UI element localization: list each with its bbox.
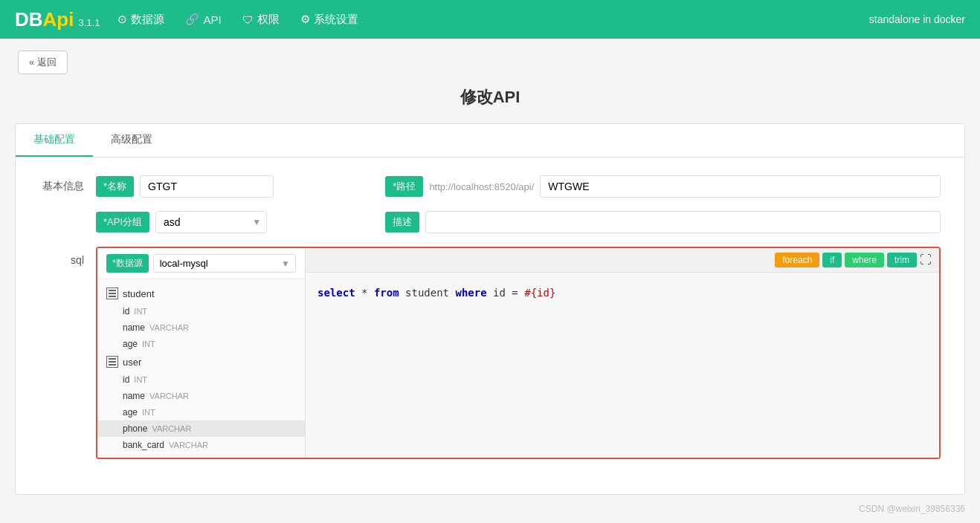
column-type-user-phone: VARCHAR [152,424,191,433]
sql-label: sql [39,247,84,266]
table-item-student[interactable]: student [97,284,305,303]
sql-keyword-select: select [317,287,355,299]
sql-plain-star: * [361,287,374,299]
logo-api: Api [43,8,74,30]
api-group-field-group: *API分组 asd ▼ [96,211,373,233]
column-type-student-name: VARCHAR [149,323,189,332]
column-type-user-bank-card: VARCHAR [169,441,208,449]
main-nav: ⊙ 数据源 🔗 API 🛡 权限 ⚙ 系统设置 [117,13,358,27]
sql-editor-panel: foreach if where trim ⛶ select * from st… [306,248,939,458]
sql-keyword-where: where [455,287,486,299]
sql-keyword-from: from [374,287,399,299]
column-type-user-name: VARCHAR [149,392,189,400]
name-input[interactable] [140,175,274,198]
table-icon-user [106,356,118,368]
nav-settings-label: 系统设置 [314,13,358,27]
api-group-label: *API分组 [96,212,149,233]
sql-plain-table: student [405,287,455,299]
nav-settings[interactable]: ⚙ 系统设置 [300,13,358,27]
back-btn-container: « 返回 [0,39,980,86]
datasource-select[interactable]: local-mysql [153,254,296,273]
api-group-select-wrapper: asd ▼ [155,211,267,233]
column-name-user-name: name [123,391,145,401]
database-icon: ⊙ [117,13,127,26]
column-student-name[interactable]: name VARCHAR [97,319,305,336]
column-name-user-id: id [123,374,129,385]
name-field-group: *名称 [96,175,373,198]
logo-db: DB [15,8,43,30]
api-group-select[interactable]: asd [155,211,267,233]
logo: DBApi 3.1.1 [15,8,100,31]
column-student-id[interactable]: id INT [97,303,305,319]
table-item-user[interactable]: user [97,352,305,371]
api-group-row: *API分组 asd ▼ 描述 [39,211,941,233]
nav-api[interactable]: 🔗 API [185,13,221,26]
column-user-bank-card[interactable]: bank_card VARCHAR [97,437,305,453]
basic-info-label: 基本信息 [39,180,84,193]
column-name-user-bank-card: bank_card [123,440,164,450]
column-name-student-age: age [123,339,138,349]
description-label: 描述 [385,212,419,233]
column-student-age[interactable]: age INT [97,336,305,352]
column-type-user-age: INT [142,408,155,417]
table-name-user: user [123,357,141,368]
sql-section: sql *数据源 local-mysql ▼ [39,247,941,459]
column-user-phone[interactable]: phone VARCHAR [97,420,305,437]
nav-permission[interactable]: 🛡 权限 [242,13,280,27]
description-input[interactable] [425,211,941,233]
logo-text: DBApi [15,8,74,31]
tab-advanced-config[interactable]: 高级配置 [93,124,170,157]
main-card: 基础配置 高级配置 基本信息 *名称 *路径 http://localhost:… [15,123,965,495]
sql-panel: *数据源 local-mysql ▼ [96,247,941,459]
path-input[interactable] [540,175,941,198]
datasource-row: *数据源 local-mysql ▼ [97,248,305,279]
nav-permission-label: 权限 [257,13,280,27]
column-user-age[interactable]: age INT [97,404,305,420]
table-name-student: student [123,288,155,299]
sql-variable-id: #{id} [524,287,555,299]
column-user-name[interactable]: name VARCHAR [97,388,305,404]
expand-button[interactable]: ⛶ [920,253,932,267]
tree-content: student id INT name VARCHAR age INT [97,279,305,458]
watermark: CSDN @weixin_39856336 [859,504,965,510]
nav-datasource[interactable]: ⊙ 数据源 [117,13,164,27]
tab-bar: 基础配置 高级配置 [16,124,964,157]
tab-basic-config[interactable]: 基础配置 [16,124,93,157]
sql-code-area[interactable]: select * from student where id = #{id} [306,273,939,458]
column-user-id[interactable]: id INT [97,371,305,388]
api-icon: 🔗 [185,13,199,26]
logo-version: 3.1.1 [78,17,100,28]
basic-info-row: 基本信息 *名称 *路径 http://localhost:8520/api/ [39,175,941,198]
description-field-group: 描述 [385,211,941,233]
column-type-student-age: INT [142,340,155,348]
column-name-user-age: age [123,407,138,418]
settings-icon: ⚙ [300,13,310,26]
page-title: 修改API [0,86,980,108]
back-button[interactable]: « 返回 [18,51,68,74]
path-field-group: *路径 http://localhost:8520/api/ [385,175,941,198]
env-label: standalone in docker [869,13,965,25]
column-name-student-id: id [123,306,129,316]
trim-button[interactable]: trim [887,253,917,267]
foreach-button[interactable]: foreach [775,253,819,267]
path-label: *路径 [385,176,423,197]
header-left: DBApi 3.1.1 ⊙ 数据源 🔗 API 🛡 权限 ⚙ 系统设置 [15,8,358,31]
shield-icon: 🛡 [242,13,254,26]
datasource-label: *数据源 [106,254,149,273]
table-icon-student [106,288,118,299]
nav-api-label: API [203,13,221,26]
nav-datasource-label: 数据源 [131,13,164,27]
datasource-select-wrapper: local-mysql ▼ [153,254,296,273]
header: DBApi 3.1.1 ⊙ 数据源 🔗 API 🛡 权限 ⚙ 系统设置 stan… [0,0,980,39]
name-label: *名称 [96,176,134,197]
schema-tree: *数据源 local-mysql ▼ [97,248,306,458]
column-type-student-id: INT [134,307,147,316]
sql-toolbar: foreach if where trim ⛶ [306,248,939,273]
column-name-student-name: name [123,322,145,333]
form-content: 基本信息 *名称 *路径 http://localhost:8520/api/ … [16,157,964,477]
if-button[interactable]: if [822,253,842,267]
column-type-user-id: INT [134,375,147,384]
column-name-user-phone: phone [123,423,147,434]
sql-plain-condition: id = [493,287,524,299]
where-button[interactable]: where [845,253,884,267]
